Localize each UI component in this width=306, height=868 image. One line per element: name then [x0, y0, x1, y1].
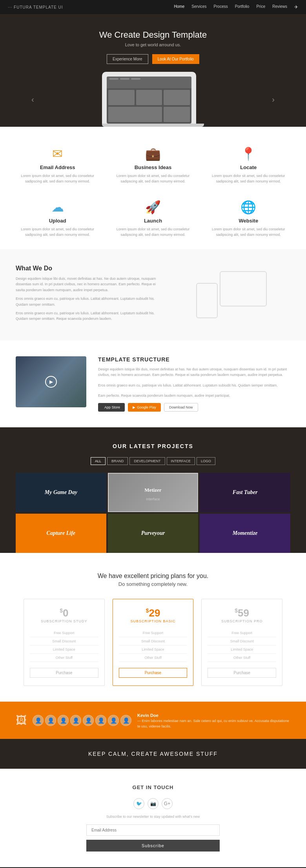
download-button[interactable]: Download Now	[164, 403, 198, 412]
filter-brand[interactable]: BRAND	[107, 457, 128, 465]
feature-locate-desc: Lorem ipsum dolor sit amet, sed diu cons…	[211, 173, 286, 184]
feature-upload-desc: Lorem ipsum dolor sit amet, sed diu cons…	[20, 227, 95, 237]
project-filters: ALL BRAND DEVELOPMENT INTERFACE LOGO	[16, 457, 290, 465]
price-pro-features: Free Support Small Discount Limited Spac…	[208, 629, 276, 662]
feature-email-desc: Lorem ipsum dolor sit amet, sed diu cons…	[20, 173, 95, 184]
wwd-title: What We Do	[16, 265, 157, 272]
nav-logo: ··· FUTURA TEMPLATE UI	[8, 5, 63, 9]
hero-buttons: Experience More Look At Our Portfolio	[8, 54, 298, 64]
nav-services[interactable]: Services	[191, 4, 206, 10]
avatar-row: 👤 👤 👤 👤 👤 👤 👤 👤	[33, 715, 131, 726]
subscribe-button[interactable]: Subscribe	[86, 840, 220, 852]
features-grid: ✉ Email Address Lorem ipsum dolor sit am…	[16, 142, 290, 241]
price-study-amount: $0	[30, 607, 98, 619]
avatar-8: 👤	[120, 715, 131, 726]
project-fasttuber-title: Fast Tuber	[230, 486, 261, 499]
avatar-5: 👤	[83, 715, 94, 726]
navbar: ··· FUTURA TEMPLATE UI Home Services Pro…	[0, 0, 306, 14]
google-plus-button[interactable]: G+	[162, 798, 173, 809]
wwd-devices	[173, 265, 290, 325]
nav-links: Home Services Process Portfolio Price Re…	[174, 4, 298, 10]
wwd-para3: Eros omnis graeco eum cu, patrioque vis …	[16, 310, 157, 322]
features-section: ✉ Email Address Lorem ipsum dolor sit am…	[0, 127, 306, 249]
email-icon: ✉	[20, 146, 95, 161]
play-button[interactable]: ▶	[45, 376, 57, 388]
nav-share-icon: ✈	[294, 4, 298, 10]
feature-locate: 📍 Locate Lorem ipsum dolor sit amet, sed…	[207, 142, 290, 188]
feature-launch-desc: Lorem ipsum dolor sit amet, sed diu cons…	[115, 227, 191, 237]
ts-para3: Eam perfecto. Reque scaevola ponderum la…	[98, 393, 290, 398]
hero-prev-arrow[interactable]: ‹	[31, 95, 34, 104]
project-purveyour[interactable]: Purveyour	[108, 514, 199, 553]
filter-development[interactable]: DEVELOPMENT	[129, 457, 165, 465]
feature-launch: 🚀 Launch Lorem ipsum dolor sit amet, sed…	[111, 196, 195, 241]
appstore-button[interactable]: App Store	[98, 403, 125, 412]
purchase-study-button[interactable]: Purchase	[30, 668, 98, 678]
price-feature: Free Support	[30, 629, 98, 637]
avatar-1: 👤	[33, 715, 44, 726]
price-feature: Other Stuff	[208, 654, 276, 662]
laptop-base	[102, 124, 204, 127]
google-play-button[interactable]: ▶ Google Play	[128, 403, 161, 412]
purchase-basic-button[interactable]: Purchase	[119, 668, 188, 678]
footer-cta-section: KEEP CALM, CREATE AWESOME STUFF	[0, 739, 306, 769]
project-metizer[interactable]: Metizer Interface	[108, 473, 199, 512]
price-pro-label: SUBSCRIPTION PRO	[208, 619, 276, 623]
nav-portfolio[interactable]: Portfolio	[235, 4, 250, 10]
testimonial-section: 🖼 👤 👤 👤 👤 👤 👤 👤 👤 Kevin Doe — Enim labor…	[0, 702, 306, 739]
ts-title: TEMPLATE STRUCTURE	[98, 356, 290, 363]
nav-reviews[interactable]: Reviews	[272, 4, 287, 10]
project-momentize-title: Momentize	[230, 527, 261, 540]
project-mygameday[interactable]: My Game Day	[16, 473, 106, 512]
ts-para1: Design equidem istique libi duis, movet …	[98, 367, 290, 378]
project-metizer-title: Metizer	[141, 484, 164, 496]
nav-process[interactable]: Process	[214, 4, 228, 10]
avatar-3: 👤	[58, 715, 69, 726]
pricing-headline2: Do something completely new.	[24, 581, 282, 587]
feature-locate-title: Locate	[211, 164, 286, 170]
what-we-do-section: What We Do Design equidem istique libi d…	[0, 249, 306, 341]
nav-price[interactable]: Price	[256, 4, 265, 10]
price-feature: Small Discount	[30, 637, 98, 646]
locate-icon: 📍	[211, 146, 286, 161]
website-icon: 🌐	[211, 200, 286, 215]
hero-title: We Create Design Template	[8, 30, 298, 40]
laptop-body	[102, 72, 196, 124]
filter-logo[interactable]: LOGO	[197, 457, 215, 465]
filter-all[interactable]: ALL	[91, 457, 106, 465]
project-fasttuber[interactable]: Fast Tuber	[200, 473, 290, 512]
price-pro: $59 SUBSCRIPTION PRO Free Support Small …	[201, 599, 282, 686]
hero-subtitle: Love to get world arround us.	[8, 42, 298, 47]
filter-interface[interactable]: INTERFACE	[167, 457, 195, 465]
portfolio-button[interactable]: Look At Our Portfolio	[152, 54, 199, 64]
twitter-button[interactable]: 🐦	[133, 798, 144, 809]
projects-section: OUR LATEST PROJECTS ALL BRAND DEVELOPMEN…	[0, 427, 306, 553]
google-play-icon: ▶	[133, 405, 135, 409]
price-feature: Limited Space	[208, 646, 276, 654]
project-capturelife[interactable]: Capture Life	[16, 514, 106, 553]
price-study-label: SUBSCRIPTION STUDY	[30, 619, 98, 623]
google-play-label: Google Play	[137, 405, 156, 409]
tablet-device	[220, 271, 267, 306]
hero-next-arrow[interactable]: ›	[272, 95, 275, 104]
feature-email-title: Email Address	[20, 164, 95, 170]
template-video-thumbnail: ▶	[16, 356, 86, 407]
experience-more-button[interactable]: Experience More	[107, 54, 148, 64]
email-input[interactable]	[86, 824, 220, 836]
project-mygameday-title: My Game Day	[42, 486, 80, 499]
price-feature: Free Support	[208, 629, 276, 637]
laptop-bar	[107, 77, 191, 88]
testimonial-author: Kevin Doe	[137, 713, 158, 718]
nav-home[interactable]: Home	[174, 4, 185, 10]
feature-website-title: Website	[211, 218, 286, 224]
project-momentize[interactable]: Momentize	[200, 514, 290, 553]
contact-section: GET IN TOUCH 🐦 📷 G+ Subscribe to our new…	[0, 769, 306, 867]
social-links: 🐦 📷 G+	[16, 798, 290, 809]
wwd-content: What We Do Design equidem istique libi d…	[16, 265, 157, 325]
price-feature: Limited Space	[30, 646, 98, 654]
price-study-features: Free Support Small Discount Limited Spac…	[30, 629, 98, 662]
instagram-button[interactable]: 📷	[148, 798, 158, 809]
purchase-pro-button[interactable]: Purchase	[208, 668, 276, 678]
contact-title: GET IN TOUCH	[16, 784, 290, 790]
wwd-para2: Eros omnis graeco eum cu, patrioque vis …	[16, 296, 157, 307]
